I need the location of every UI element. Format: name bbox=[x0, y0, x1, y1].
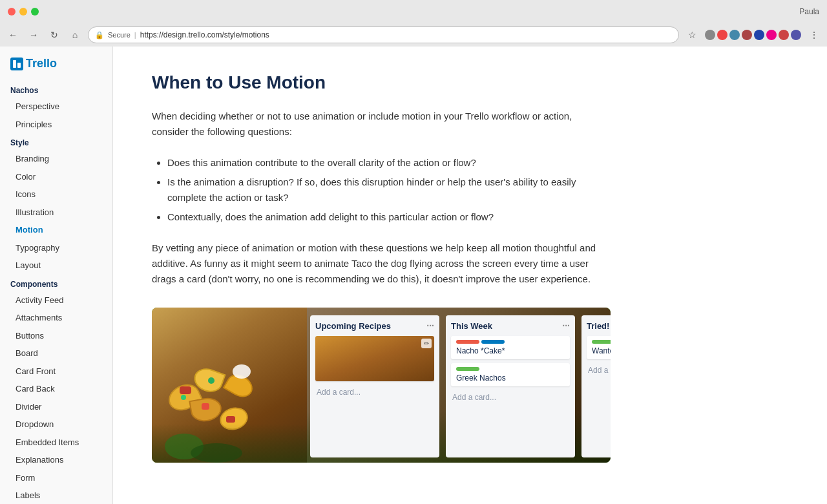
card-wanton-nachos-labels bbox=[592, 340, 611, 344]
card-nachos-image-card[interactable]: ✏ bbox=[315, 336, 434, 381]
forward-button[interactable]: → bbox=[26, 27, 41, 43]
extension-icon-8 bbox=[791, 30, 801, 40]
extension-icon-7 bbox=[779, 30, 789, 40]
sidebar-item-labels[interactable]: Labels bbox=[0, 487, 112, 504]
sidebar-item-typography[interactable]: Typography bbox=[0, 239, 112, 257]
board-demo: Upcoming Recipes ··· ✏ Add a card... bbox=[152, 308, 611, 463]
sidebar-item-motion[interactable]: Motion bbox=[0, 221, 112, 239]
sidebar-item-board[interactable]: Board bbox=[0, 344, 112, 362]
traffic-light-green[interactable] bbox=[31, 8, 39, 16]
titlebar: Paula bbox=[0, 0, 827, 23]
sidebar-item-principles[interactable]: Principles bbox=[0, 116, 112, 134]
card-wanton-nachos[interactable]: Wanton Nachos bbox=[587, 336, 611, 359]
card-greek-nachos[interactable]: Greek Nachos bbox=[451, 363, 570, 386]
bullet-list: Does this animation contribute to the ov… bbox=[167, 155, 788, 225]
sidebar-item-illustration[interactable]: Illustration bbox=[0, 204, 112, 222]
label-red bbox=[456, 340, 479, 344]
extension-icon-4 bbox=[742, 30, 752, 40]
sidebar-item-color[interactable]: Color bbox=[0, 168, 112, 186]
bullet-item-3: Contextually, does the animation add del… bbox=[167, 209, 594, 225]
label-green-2 bbox=[592, 340, 611, 344]
list-header-this-week: This Week ··· bbox=[451, 320, 570, 331]
list-title-this-week: This Week bbox=[451, 321, 492, 331]
extension-icon-3 bbox=[729, 30, 740, 40]
components-section-label: Components bbox=[0, 275, 112, 291]
card-greek-nachos-text: Greek Nachos bbox=[456, 373, 565, 383]
nachos-image bbox=[152, 308, 307, 463]
label-blue bbox=[481, 340, 505, 344]
list-menu-this-week[interactable]: ··· bbox=[562, 320, 570, 331]
bullet-item-1: Does this animation contribute to the ov… bbox=[167, 155, 594, 171]
list-upcoming-recipes: Upcoming Recipes ··· ✏ Add a card... bbox=[310, 315, 439, 457]
sidebar-item-dropdown[interactable]: Dropdown bbox=[0, 415, 112, 434]
logo-area: Trello bbox=[0, 57, 112, 81]
app-layout: Trello Nachos Perspective Principles Sty… bbox=[0, 47, 827, 504]
nachos-section-label: Nachos bbox=[0, 81, 112, 98]
traffic-lights bbox=[8, 8, 39, 16]
main-content: When to Use Motion When deciding whether… bbox=[113, 47, 827, 504]
card-greek-nachos-labels bbox=[456, 367, 565, 371]
sidebar-item-attachments[interactable]: Attachments bbox=[0, 309, 112, 327]
reload-button[interactable]: ↻ bbox=[47, 27, 62, 43]
address-bar[interactable]: 🔒 Secure | https://design.trello.com/sty… bbox=[88, 26, 679, 43]
secure-label: Secure bbox=[108, 31, 131, 39]
sidebar-item-embedded-items[interactable]: Embedded Items bbox=[0, 434, 112, 452]
list-menu-upcoming[interactable]: ··· bbox=[426, 320, 434, 331]
card-nacho-cake-text: Nacho *Cake* bbox=[456, 346, 565, 355]
card-nacho-cake-labels bbox=[456, 340, 565, 344]
trello-logo[interactable]: Trello bbox=[10, 57, 102, 70]
home-button[interactable]: ⌂ bbox=[67, 27, 83, 43]
label-green bbox=[456, 367, 479, 371]
add-card-this-week[interactable]: Add a card... bbox=[451, 390, 570, 404]
extension-icon-1 bbox=[705, 30, 715, 40]
add-card-upcoming[interactable]: Add a card... bbox=[315, 385, 434, 399]
extension-icon-6 bbox=[766, 30, 777, 40]
lists-container: Upcoming Recipes ··· ✏ Add a card... bbox=[310, 315, 605, 457]
traffic-light-yellow[interactable] bbox=[19, 8, 27, 16]
body-paragraph: By vetting any piece of animation or mot… bbox=[152, 240, 604, 287]
sidebar-item-icons[interactable]: Icons bbox=[0, 185, 112, 204]
page-title: When to Use Motion bbox=[152, 72, 788, 93]
card-wanton-nachos-text: Wanton Nachos bbox=[592, 346, 611, 355]
sidebar-item-perspective[interactable]: Perspective bbox=[0, 98, 112, 116]
sidebar-item-layout[interactable]: Layout bbox=[0, 257, 112, 275]
sidebar-item-card-front[interactable]: Card Front bbox=[0, 362, 112, 381]
sidebar-item-explanations[interactable]: Explanations bbox=[0, 451, 112, 469]
bookmark-button[interactable]: ☆ bbox=[684, 27, 700, 43]
list-header-tried: Tried! ··· bbox=[587, 320, 611, 331]
sidebar-item-buttons[interactable]: Buttons bbox=[0, 327, 112, 345]
logo-icon bbox=[10, 58, 23, 70]
extension-icon-2 bbox=[717, 30, 728, 40]
intro-paragraph: When deciding whether or not to use anim… bbox=[152, 109, 591, 140]
url-display: https://design.trello.com/style/motions bbox=[140, 30, 269, 39]
add-card-tried[interactable]: Add a card... bbox=[587, 363, 611, 377]
sidebar-item-form[interactable]: Form bbox=[0, 469, 112, 487]
extension-icon-5 bbox=[754, 30, 764, 40]
card-nacho-cake[interactable]: Nacho *Cake* bbox=[451, 336, 570, 359]
bullet-item-2: Is the animation a disruption? If so, do… bbox=[167, 174, 594, 205]
style-section-label: Style bbox=[0, 133, 112, 150]
traffic-light-red[interactable] bbox=[8, 8, 16, 16]
sidebar-item-card-back[interactable]: Card Back bbox=[0, 380, 112, 398]
list-title-tried: Tried! bbox=[587, 321, 609, 331]
menu-button[interactable]: ⋮ bbox=[806, 27, 822, 43]
sidebar-item-activity-feed[interactable]: Activity Feed bbox=[0, 291, 112, 310]
list-header-upcoming: Upcoming Recipes ··· bbox=[315, 320, 434, 331]
list-tried: Tried! ··· Wanton Nachos Add a card... bbox=[581, 315, 611, 457]
logo-text: Trello bbox=[26, 57, 57, 70]
list-this-week: This Week ··· Nacho *Cake* bbox=[446, 315, 575, 457]
browser-chrome: Paula ← → ↻ ⌂ 🔒 Secure | https://design.… bbox=[0, 0, 827, 47]
sidebar-item-branding[interactable]: Branding bbox=[0, 150, 112, 168]
sidebar-item-divider[interactable]: Divider bbox=[0, 398, 112, 416]
back-button[interactable]: ← bbox=[5, 27, 21, 43]
list-title-upcoming: Upcoming Recipes bbox=[315, 321, 391, 331]
sidebar: Trello Nachos Perspective Principles Sty… bbox=[0, 47, 113, 504]
lock-icon: 🔒 bbox=[95, 31, 104, 39]
user-name: Paula bbox=[799, 7, 819, 16]
